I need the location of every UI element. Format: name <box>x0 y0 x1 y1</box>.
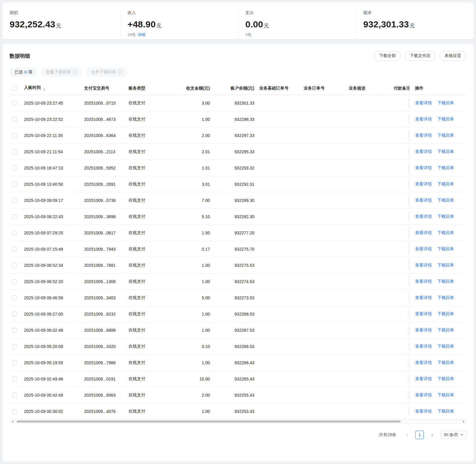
view-details-link[interactable]: 查看详情 <box>415 100 432 106</box>
download-receipt-link[interactable]: 下载回单 <box>437 263 454 268</box>
view-details-link[interactable]: 查看详情 <box>415 246 432 252</box>
row-checkbox[interactable] <box>12 344 17 349</box>
row-actions: 查看详情下载回单 <box>409 176 466 192</box>
table-settings-button[interactable]: 表格设置 <box>439 51 466 61</box>
download-receipt-link[interactable]: 下载回单 <box>437 117 454 122</box>
row-checkbox-cell <box>10 360 24 365</box>
row-checkbox[interactable] <box>12 377 17 381</box>
row-checkbox[interactable] <box>12 214 17 219</box>
download-receipt-link[interactable]: 下载回单 <box>437 230 454 236</box>
view-details-link[interactable]: 查看详情 <box>415 311 432 317</box>
row-checkbox[interactable] <box>12 133 17 138</box>
download-receipt-link[interactable]: 下载回单 <box>437 376 454 382</box>
download-receipt-link[interactable]: 下载回单 <box>437 133 454 138</box>
row-checkbox[interactable] <box>12 117 17 122</box>
download-receipt-link[interactable]: 下载回单 <box>437 100 454 106</box>
view-details-link[interactable]: 查看详情 <box>415 360 432 365</box>
cell-transaction-id: 20251009...3320 <box>84 344 129 349</box>
row-checkbox[interactable] <box>12 409 17 414</box>
view-details-link[interactable]: 查看详情 <box>415 214 432 219</box>
view-details-link[interactable]: 查看详情 <box>415 133 432 138</box>
pagination-bar: 共有29条 ‹ 1 › 50 条/页 <box>10 431 466 439</box>
download-receipt-link[interactable]: 下载回单 <box>437 214 454 219</box>
row-checkbox[interactable] <box>12 295 17 300</box>
view-details-link[interactable]: 查看详情 <box>415 376 432 382</box>
download-receipt-link[interactable]: 下载回单 <box>437 165 454 171</box>
cell-entry-time: 2025-10-09 07:29:25 <box>24 230 84 235</box>
row-checkbox[interactable] <box>12 166 17 170</box>
row-actions: 查看详情下载回单 <box>409 144 466 160</box>
cell-account-type: 在线支付 <box>129 360 168 365</box>
row-checkbox[interactable] <box>12 198 17 203</box>
scrollbar-thumb[interactable] <box>17 420 401 423</box>
scroll-left-arrow-icon[interactable] <box>10 420 15 423</box>
view-details-link[interactable]: 查看详情 <box>415 165 432 171</box>
cell-entry-time: 2025-10-09 06:02:49 <box>24 328 84 333</box>
download-receipt-link[interactable]: 下载回单 <box>437 409 454 414</box>
batch-download-receipts-button[interactable]: 批量下载回单 i <box>41 67 82 77</box>
view-details-link[interactable]: 查看详情 <box>415 295 432 301</box>
download-receipt-link[interactable]: 下载回单 <box>437 328 454 333</box>
download-receipt-link[interactable]: 下载回单 <box>437 149 454 154</box>
download-receipt-link[interactable]: 下载回单 <box>437 295 454 301</box>
row-checkbox[interactable] <box>12 360 17 365</box>
row-checkbox[interactable] <box>12 328 17 333</box>
transactions-table: 入账时间 支付宝交易号 账务类型 收支金额(元) 账户余额(元) 业务基础订单号… <box>10 82 466 423</box>
view-details-link[interactable]: 查看详情 <box>415 117 432 122</box>
page-size-value: 50 条/页 <box>444 432 458 438</box>
table-row: 2025-10-09 00:42:4920251009...8563在线支付2.… <box>10 387 466 403</box>
row-checkbox[interactable] <box>12 247 17 252</box>
horizontal-scrollbar[interactable] <box>10 420 466 423</box>
select-all-checkbox[interactable] <box>12 86 17 91</box>
cell-amount: 10.00 <box>168 377 215 381</box>
view-details-link[interactable]: 查看详情 <box>415 392 432 398</box>
current-page-button[interactable]: 1 <box>415 431 424 439</box>
selected-count-chip: 已选 0 项 <box>10 67 37 77</box>
scroll-right-arrow-icon[interactable] <box>461 420 466 423</box>
download-receipt-link[interactable]: 下载回单 <box>437 392 454 398</box>
row-checkbox[interactable] <box>12 182 17 187</box>
row-checkbox-cell <box>10 247 24 252</box>
cell-entry-time: 2025-10-09 07:15:49 <box>24 247 84 252</box>
view-details-link[interactable]: 查看详情 <box>415 409 432 414</box>
cell-account-type: 在线支付 <box>129 263 168 268</box>
row-checkbox[interactable] <box>12 230 17 235</box>
download-receipt-link[interactable]: 下载回单 <box>437 360 454 365</box>
cell-transaction-id: 20251009...3403 <box>84 295 129 300</box>
data-detail-panel: 数据明细 下载全部 下载文件区 表格设置 已选 0 项 批量下载回单 i 合并下… <box>2 44 474 462</box>
download-receipt-link[interactable]: 下载回单 <box>437 198 454 203</box>
download-receipt-link[interactable]: 下载回单 <box>437 311 454 317</box>
view-details-link[interactable]: 查看详情 <box>415 198 432 203</box>
sort-icon[interactable] <box>43 88 45 91</box>
merge-download-receipts-button[interactable]: 合并下载回单 i <box>86 67 127 77</box>
view-details-link[interactable]: 查看详情 <box>415 279 432 284</box>
view-details-link[interactable]: 查看详情 <box>415 328 432 333</box>
prev-page-icon[interactable]: ‹ <box>403 431 411 439</box>
cell-amount: 1.00 <box>168 312 215 316</box>
view-details-link[interactable]: 查看详情 <box>415 149 432 154</box>
download-receipt-link[interactable]: 下载回单 <box>437 182 454 187</box>
column-header-entry-time[interactable]: 入账时间 <box>24 85 84 91</box>
view-details-link[interactable]: 查看详情 <box>415 263 432 268</box>
next-page-icon[interactable]: › <box>428 431 436 439</box>
row-checkbox[interactable] <box>12 312 17 316</box>
view-details-link[interactable]: 查看详情 <box>415 182 432 187</box>
row-checkbox[interactable] <box>12 101 17 105</box>
download-receipt-link[interactable]: 下载回单 <box>437 246 454 252</box>
table-row: 2025-10-09 05:19:5520251009...7988在线支付1.… <box>10 355 466 371</box>
row-checkbox[interactable] <box>12 393 17 398</box>
cell-transaction-id: 20251009...2691 <box>84 182 129 187</box>
view-details-link[interactable]: 查看详情 <box>415 230 432 236</box>
income-detail-link[interactable]: 详细 <box>138 32 145 37</box>
row-checkbox[interactable] <box>12 149 17 154</box>
download-receipt-link[interactable]: 下载回单 <box>437 279 454 284</box>
page-size-select[interactable]: 50 条/页 <box>441 431 466 439</box>
download-receipt-link[interactable]: 下载回单 <box>437 344 454 349</box>
download-all-button[interactable]: 下载全部 <box>374 51 401 61</box>
row-checkbox[interactable] <box>12 263 17 268</box>
download-file-area-button[interactable]: 下载文件区 <box>405 51 436 61</box>
view-details-link[interactable]: 查看详情 <box>415 344 432 349</box>
row-checkbox[interactable] <box>12 279 17 284</box>
row-checkbox-cell <box>10 312 24 316</box>
cell-balance: 932253.43 <box>215 409 259 414</box>
